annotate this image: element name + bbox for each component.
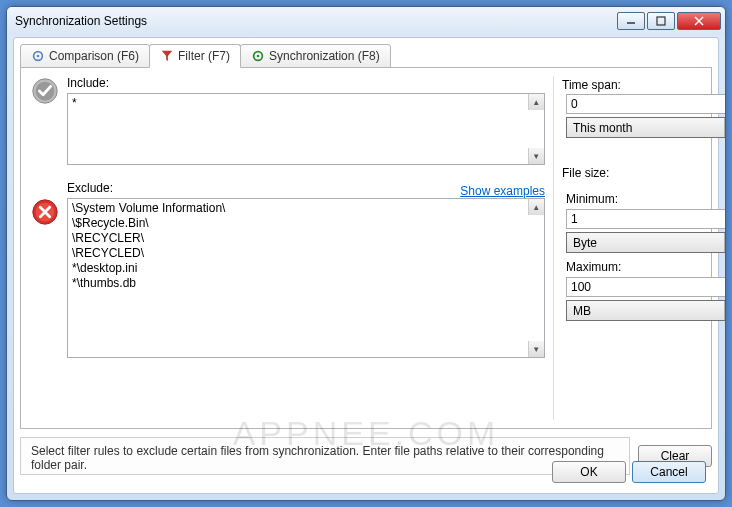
client-area: Comparison (F6) Filter (F7) Synchronizat… [13, 37, 719, 494]
tab-label: Filter (F7) [178, 49, 230, 63]
minimize-button[interactable] [617, 12, 645, 30]
chevron-down-icon[interactable] [724, 301, 726, 320]
include-textarea[interactable] [68, 94, 528, 164]
timespan-spinner[interactable]: ▲▼ [566, 94, 726, 114]
exclude-textarea[interactable] [68, 199, 528, 357]
min-value[interactable] [567, 210, 725, 228]
tab-comparison[interactable]: Comparison (F6) [20, 44, 150, 68]
timespan-label: Time span: [562, 78, 703, 92]
max-value[interactable] [567, 278, 725, 296]
cancel-button[interactable]: Cancel [632, 461, 706, 483]
max-spinner[interactable]: ▲▼ [566, 277, 726, 297]
dialog-window: Synchronization Settings Comparison (F6)… [6, 6, 726, 501]
combo-value: MB [567, 304, 724, 318]
show-examples-link[interactable]: Show examples [460, 184, 545, 198]
tab-label: Synchronization (F8) [269, 49, 380, 63]
check-circle-icon [30, 76, 60, 106]
svg-point-7 [257, 55, 260, 58]
titlebar: Synchronization Settings [7, 7, 725, 35]
combo-value: This month [567, 121, 724, 135]
scrollbar[interactable]: ▲▼ [528, 199, 544, 357]
ok-button[interactable]: OK [552, 461, 626, 483]
gear-icon [31, 49, 45, 63]
tab-filter[interactable]: Filter (F7) [149, 44, 241, 68]
tab-page-filter: Include: ▲▼ [20, 67, 712, 429]
funnel-icon [160, 49, 174, 63]
tab-synchronization[interactable]: Synchronization (F8) [240, 44, 391, 68]
svg-rect-1 [657, 17, 665, 25]
timespan-unit-combo[interactable]: This month [566, 117, 726, 138]
include-label: Include: [67, 76, 545, 90]
chevron-down-icon[interactable] [724, 233, 726, 252]
timespan-value[interactable] [567, 95, 725, 113]
x-circle-icon [30, 197, 60, 227]
combo-value: Byte [567, 236, 724, 250]
minimum-label: Minimum: [566, 192, 726, 206]
tab-label: Comparison (F6) [49, 49, 139, 63]
filesize-label: File size: [562, 166, 703, 180]
gear-green-icon [251, 49, 265, 63]
maximize-button[interactable] [647, 12, 675, 30]
help-text: Select filter rules to exclude certain f… [20, 437, 630, 475]
min-spinner[interactable]: ▲▼ [566, 209, 726, 229]
svg-point-5 [37, 55, 40, 58]
chevron-down-icon[interactable] [724, 118, 726, 137]
tab-strip: Comparison (F6) Filter (F7) Synchronizat… [20, 44, 712, 68]
maximum-label: Maximum: [566, 260, 726, 274]
close-button[interactable] [677, 12, 721, 30]
max-unit-combo[interactable]: MB [566, 300, 726, 321]
window-title: Synchronization Settings [15, 14, 615, 28]
scrollbar[interactable]: ▲▼ [528, 94, 544, 164]
min-unit-combo[interactable]: Byte [566, 232, 726, 253]
exclude-label: Exclude: [67, 181, 113, 195]
